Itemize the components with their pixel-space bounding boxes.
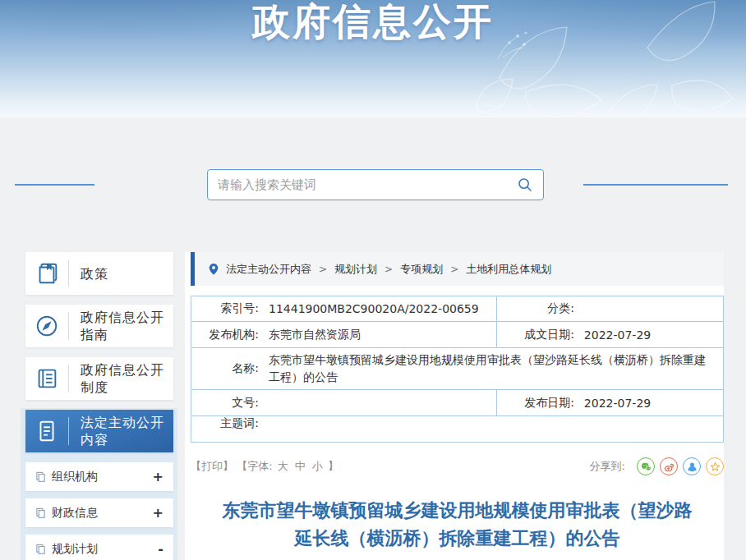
font-size-medium-button[interactable]: 中 — [295, 460, 306, 472]
issuing-agency-value: 东莞市自然资源局 — [264, 328, 496, 342]
table-row: 名称: 东莞市望牛墩镇预留城乡建设用地规模使用审批表（望沙路延长线（横沥桥）拆除… — [191, 347, 723, 389]
document-number-label: 文号: — [191, 396, 264, 411]
search-input[interactable] — [218, 177, 517, 192]
table-row: 发布机构: 东莞市自然资源局 成文日期: 2022-07-29 — [191, 321, 723, 347]
table-row: 文号: 发布日期: 2022-07-29 — [191, 389, 723, 415]
page-title: 政府信息公开 — [0, 0, 746, 48]
font-size-label: 【字体: — [237, 460, 272, 472]
decorative-line-right — [583, 184, 728, 186]
sidebar-subitem-planning[interactable]: 规划计划 - — [25, 535, 173, 560]
sidebar-subitem-label: 规划计划 — [52, 542, 158, 557]
search-icon[interactable] — [517, 177, 533, 193]
rulebook-icon — [25, 365, 68, 392]
breadcrumb-separator: > — [450, 264, 458, 275]
sidebar-subitem-label: 财政信息 — [52, 506, 153, 521]
location-pin-icon — [208, 263, 219, 276]
share-label: 分享到: — [590, 459, 625, 474]
sidebar: 政策 政府信息公开指南 — [25, 252, 173, 560]
sidebar-item-policy[interactable]: 政策 — [25, 252, 173, 295]
document-name-label: 名称: — [191, 361, 264, 376]
index-number-value: 11441900MB2C90020A/2022-00659 — [264, 302, 496, 315]
breadcrumb-item[interactable]: 规划计划 — [334, 262, 377, 277]
qzone-star-icon[interactable] — [706, 457, 724, 475]
breadcrumb: 法定主动公开内容 > 规划计划 > 专项规划 > 土地利用总体规划 — [191, 252, 724, 286]
book-icon — [25, 260, 68, 287]
breadcrumb-separator: > — [319, 264, 327, 275]
index-number-label: 索引号: — [191, 301, 264, 316]
sidebar-item-label: 法定主动公开内容 — [69, 414, 173, 448]
sidebar-item-label: 政府信息公开制度 — [69, 361, 173, 396]
sidebar-subitem-label: 组织机构 — [52, 470, 153, 484]
main-content: 法定主动公开内容 > 规划计划 > 专项规划 > 土地利用总体规划 索引号: 1… — [185, 252, 724, 560]
table-row: 索引号: 11441900MB2C90020A/2022-00659 分类: — [191, 296, 723, 321]
breadcrumb-item[interactable]: 土地利用总体规划 — [466, 262, 551, 277]
table-row: 主题词: — [191, 415, 723, 442]
document-icon — [25, 418, 68, 444]
sidebar-item-guide[interactable]: 政府信息公开指南 — [25, 305, 173, 347]
sidebar-item-label: 政策 — [69, 265, 173, 282]
written-date-label: 成文日期: — [497, 328, 579, 342]
banner: 政府信息公开 — [0, 0, 746, 117]
compass-icon — [25, 313, 68, 339]
publish-date-label: 发布日期: — [497, 396, 579, 411]
qq-share-icon[interactable] — [683, 457, 701, 475]
wechat-share-icon[interactable] — [637, 457, 655, 475]
article-title: 东莞市望牛墩镇预留城乡建设用地规模使用审批表（望沙路延长线（横沥桥）拆除重建工程… — [191, 497, 724, 553]
page: 政府信息公开 政策 — [0, 0, 746, 560]
toolbar: 【打印】 【字体: 大 中 小 】 分享到: — [191, 457, 724, 475]
document-meta-table: 索引号: 11441900MB2C90020A/2022-00659 分类: 发… — [191, 296, 724, 443]
print-button[interactable]: 【打印】 — [191, 460, 233, 472]
written-date-value: 2022-07-29 — [579, 328, 723, 342]
sidebar-subitem-organization[interactable]: 组织机构 + — [25, 462, 173, 491]
decorative-line-left — [15, 184, 94, 186]
sidebar-subitem-finance[interactable]: 财政信息 + — [25, 498, 173, 527]
font-size-label-end: 】 — [328, 460, 338, 472]
breadcrumb-item[interactable]: 法定主动公开内容 — [226, 262, 311, 277]
page-icon — [35, 507, 46, 518]
weibo-share-icon[interactable] — [660, 457, 678, 475]
collapse-icon[interactable]: - — [158, 541, 163, 557]
sidebar-item-rules[interactable]: 政府信息公开制度 — [25, 357, 173, 400]
keywords-value — [264, 416, 723, 442]
page-icon — [35, 544, 46, 554]
expand-icon[interactable]: + — [153, 505, 163, 521]
font-size-large-button[interactable]: 大 — [278, 460, 288, 472]
sidebar-item-label: 政府信息公开指南 — [69, 309, 173, 343]
breadcrumb-separator: > — [385, 264, 393, 275]
font-size-small-button[interactable]: 小 — [312, 460, 323, 472]
keywords-label: 主题词: — [191, 416, 264, 442]
page-icon — [35, 471, 46, 482]
document-name-value: 东莞市望牛墩镇预留城乡建设用地规模使用审批表（望沙路延长线（横沥桥）拆除重建工程… — [264, 351, 723, 386]
issuing-agency-label: 发布机构: — [191, 328, 264, 342]
search-box — [207, 169, 544, 200]
sidebar-item-statutory-disclosure[interactable]: 法定主动公开内容 — [25, 410, 173, 452]
breadcrumb-item[interactable]: 专项规划 — [400, 262, 443, 277]
category-label: 分类: — [497, 301, 579, 316]
expand-icon[interactable]: + — [153, 469, 163, 484]
publish-date-value: 2022-07-29 — [579, 397, 723, 410]
